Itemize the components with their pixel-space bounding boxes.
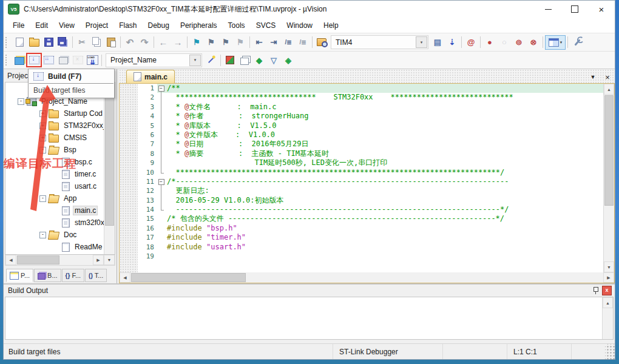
menu-debug[interactable]: Debug bbox=[143, 19, 175, 32]
fold-collapse-icon[interactable] bbox=[157, 84, 165, 93]
load-download-icon[interactable] bbox=[85, 53, 100, 67]
options-for-target-icon[interactable] bbox=[204, 53, 218, 67]
redo-icon[interactable]: ↷ bbox=[137, 36, 152, 49]
menu-flash[interactable]: Flash bbox=[113, 19, 142, 32]
code-line-10[interactable]: 10 *************************************… bbox=[120, 168, 603, 177]
tab-main-c[interactable]: main.c bbox=[126, 70, 175, 83]
comment-selection-icon[interactable]: /≣ bbox=[281, 36, 296, 49]
collapse-icon[interactable]: - bbox=[39, 232, 46, 238]
scroll-right-icon[interactable]: ▶ bbox=[603, 272, 614, 283]
scroll-left-icon[interactable]: ◀ bbox=[120, 272, 130, 283]
undo-icon[interactable]: ↶ bbox=[123, 36, 137, 49]
collapse-icon[interactable]: - bbox=[39, 147, 46, 153]
code-line-6[interactable]: 6 * @文件版本 : V1.0.0 bbox=[120, 130, 603, 140]
minimize-button[interactable] bbox=[535, 1, 561, 18]
kill-all-breakpoints-icon[interactable]: ⊗ bbox=[526, 36, 541, 49]
find-at-icon[interactable]: @ bbox=[464, 36, 478, 49]
manage-project-items-icon[interactable] bbox=[223, 53, 237, 67]
configure-wrench-icon[interactable] bbox=[570, 36, 584, 49]
code-line-2[interactable]: 2 ******************************** STM32… bbox=[120, 93, 603, 102]
unindent-icon[interactable]: ⇤ bbox=[252, 36, 266, 49]
code-line-19[interactable]: 19 bbox=[120, 252, 603, 261]
expand-icon[interactable]: + bbox=[39, 135, 46, 141]
navigate-forward-icon[interactable]: → bbox=[171, 36, 185, 49]
fold-collapse-icon[interactable] bbox=[157, 177, 165, 186]
tree-item-main-c[interactable]: main.c bbox=[5, 204, 104, 217]
collapse-icon[interactable]: - bbox=[39, 195, 46, 202]
menu-peripherals[interactable]: Peripherals bbox=[175, 19, 223, 32]
enable-breakpoint-icon[interactable]: ○ bbox=[497, 36, 512, 49]
build-output-close-icon[interactable]: x bbox=[602, 286, 612, 295]
expand-icon[interactable]: + bbox=[39, 110, 46, 117]
resize-grip[interactable] bbox=[605, 344, 615, 359]
tree-item-bsp[interactable]: -Bsp bbox=[5, 144, 104, 156]
panel-tab-p[interactable]: P... bbox=[6, 269, 33, 282]
tree-item-stm32f0xx-[interactable]: +STM32F0xx_ bbox=[5, 120, 104, 132]
editor-hscrollbar[interactable]: ◀ ▶ bbox=[120, 272, 614, 283]
code-line-1[interactable]: 1/** bbox=[120, 84, 603, 93]
menu-tools[interactable]: Tools bbox=[223, 19, 251, 32]
copy-icon[interactable] bbox=[89, 36, 104, 49]
scroll-right-icon[interactable]: ▶ bbox=[93, 255, 104, 265]
find-in-files-icon[interactable]: ▤ bbox=[430, 36, 445, 49]
menu-svcs[interactable]: SVCS bbox=[251, 19, 282, 32]
window-layout-icon[interactable]: ▾ bbox=[545, 35, 566, 50]
project-tree-vscrollbar[interactable]: ▲ bbox=[104, 83, 115, 254]
tree-item-startup-cod[interactable]: +Startup Cod bbox=[5, 107, 104, 120]
project-tree-hscrollbar[interactable]: ◀ ▶ ▼ bbox=[5, 255, 115, 266]
code-editor[interactable]: 1/**2 ******************************** S… bbox=[120, 84, 603, 272]
pin-icon[interactable] bbox=[592, 287, 598, 294]
incremental-find-icon[interactable]: ⇣ bbox=[445, 36, 459, 49]
scrollbar-thumb[interactable] bbox=[17, 255, 59, 265]
open-file-icon[interactable] bbox=[27, 36, 41, 49]
search-combo[interactable]: TIM4▾ bbox=[331, 35, 428, 49]
close-button[interactable]: × bbox=[588, 1, 615, 18]
rebuild-icon[interactable] bbox=[41, 53, 56, 67]
menu-help[interactable]: Help bbox=[318, 19, 344, 32]
manage-books-icon[interactable] bbox=[237, 53, 252, 67]
scroll-left-icon[interactable]: ◀ bbox=[5, 255, 16, 265]
collapse-icon[interactable]: - bbox=[18, 98, 24, 105]
prev-bookmark-icon[interactable]: ⚑ bbox=[218, 36, 233, 49]
save-all-icon[interactable] bbox=[56, 36, 70, 49]
code-line-8[interactable]: 8 * @摘要 : 主函数 - TIM基本延时 bbox=[120, 149, 603, 158]
panel-tab-b[interactable]: B... bbox=[34, 269, 61, 282]
save-icon[interactable] bbox=[41, 36, 56, 49]
navigate-back-icon[interactable]: ← bbox=[156, 36, 171, 49]
menu-file[interactable]: File bbox=[7, 19, 30, 32]
scroll-down-icon[interactable]: ▼ bbox=[104, 255, 115, 265]
code-line-13[interactable]: 13 2016-05-29 V1.0.0:初始版本 bbox=[120, 196, 603, 205]
find-book-icon[interactable] bbox=[314, 36, 329, 49]
paste-icon[interactable] bbox=[104, 36, 118, 49]
code-line-7[interactable]: 7 * @日期 : 2016年05月29日 bbox=[120, 140, 603, 149]
expand-icon[interactable]: + bbox=[39, 123, 46, 129]
window-list-dropdown-icon[interactable]: ▼ bbox=[586, 71, 600, 83]
maximize-button[interactable] bbox=[561, 1, 588, 18]
editor-close-icon[interactable]: × bbox=[600, 71, 615, 83]
scrollbar-thumb[interactable] bbox=[131, 273, 246, 282]
run-time-environment-icon[interactable]: ◆ bbox=[252, 53, 266, 67]
search-combo-dropdown-icon[interactable]: ▾ bbox=[416, 36, 427, 48]
tree-item-readme[interactable]: ReadMe bbox=[5, 241, 104, 253]
scroll-up-icon[interactable]: ▲ bbox=[603, 297, 613, 308]
build-output-vscrollbar[interactable]: ▲ bbox=[602, 297, 613, 339]
menu-window[interactable]: Window bbox=[281, 19, 318, 32]
indent-icon[interactable]: ⇥ bbox=[266, 36, 281, 49]
toggle-breakpoint-icon[interactable]: ● bbox=[482, 36, 497, 49]
tree-item-cmsis[interactable]: +CMSIS bbox=[5, 132, 104, 144]
tree-item-stm32f0x[interactable]: stm32f0x bbox=[5, 217, 104, 229]
code-line-11[interactable]: 11/*------------------------------------… bbox=[120, 177, 603, 186]
target-combo[interactable]: Project_Name▾ bbox=[106, 53, 202, 67]
build-icon[interactable] bbox=[27, 53, 41, 67]
clear-bookmarks-icon[interactable]: ⚑ bbox=[233, 36, 248, 49]
code-line-4[interactable]: 4 * @作者 : strongerHuang bbox=[120, 112, 603, 121]
menu-project[interactable]: Project bbox=[80, 19, 113, 32]
code-line-14[interactable]: 14 -------------------------------------… bbox=[120, 205, 603, 214]
scroll-down-icon[interactable]: ▼ bbox=[604, 261, 614, 272]
scrollbar-thumb[interactable] bbox=[105, 94, 114, 226]
panel-tab-f[interactable]: {}F... bbox=[62, 269, 84, 282]
code-line-3[interactable]: 3 * @文件名 : main.c bbox=[120, 103, 603, 112]
cut-icon[interactable]: ✂ bbox=[75, 36, 89, 49]
scrollbar-thumb[interactable] bbox=[604, 95, 614, 206]
stop-build-icon[interactable] bbox=[70, 53, 85, 67]
